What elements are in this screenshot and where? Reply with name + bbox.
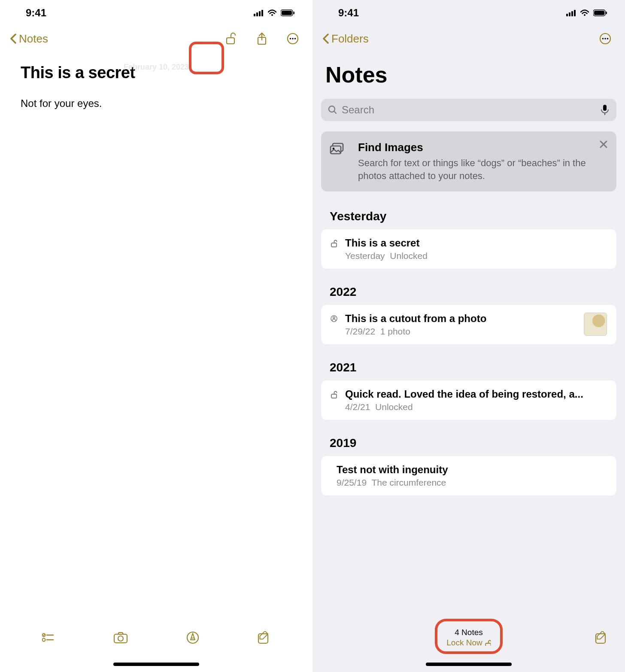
markup-icon xyxy=(186,631,199,644)
back-label: Folders xyxy=(331,32,369,46)
battery-icon xyxy=(281,9,295,17)
section-header: 2021 xyxy=(312,349,625,380)
home-indicator[interactable] xyxy=(426,663,512,666)
tip-title: Find Images xyxy=(358,141,592,154)
find-images-tip: Find Images Search for text or things li… xyxy=(321,131,616,192)
note-row-status: The circumference xyxy=(371,477,446,487)
search-placeholder: Search xyxy=(342,104,596,116)
chevron-left-icon xyxy=(322,33,330,44)
camera-button[interactable] xyxy=(113,631,128,644)
status-time: 9:41 xyxy=(26,7,46,19)
search-icon xyxy=(328,105,337,115)
more-button[interactable] xyxy=(595,28,616,49)
note-editor[interactable]: This is a secret Not for your eyes. xyxy=(0,52,312,122)
ellipsis-circle-icon xyxy=(287,33,299,45)
section-header: Yesterday xyxy=(312,198,625,229)
lock-open-icon xyxy=(225,33,237,45)
back-button[interactable]: Notes xyxy=(9,32,48,46)
images-icon xyxy=(330,143,349,158)
note-row-date: 7/29/22 xyxy=(345,326,375,336)
status-bar: 9:41 xyxy=(312,0,625,26)
compose-button[interactable] xyxy=(595,631,608,644)
lock-open-icon xyxy=(331,391,339,398)
status-time: 9:41 xyxy=(338,7,359,19)
checklist-icon xyxy=(42,633,55,642)
nav-bar: Notes xyxy=(0,26,312,52)
tip-text: Search for text or things like “dogs” or… xyxy=(358,157,592,182)
bottom-toolbar xyxy=(0,622,312,653)
close-icon xyxy=(599,140,608,149)
wifi-icon xyxy=(580,9,590,17)
share-icon xyxy=(256,32,267,45)
section-header: 2019 xyxy=(312,424,625,456)
note-thumbnail xyxy=(584,313,607,336)
home-indicator[interactable] xyxy=(113,663,199,666)
section-header: 2022 xyxy=(312,273,625,305)
cellular-icon xyxy=(566,9,577,17)
share-button[interactable] xyxy=(252,28,272,49)
highlight-annotation xyxy=(435,619,503,654)
shared-icon xyxy=(331,315,339,322)
page-title: Notes xyxy=(312,52,625,94)
dictate-icon[interactable] xyxy=(600,104,610,116)
note-body[interactable]: Not for your eyes. xyxy=(21,97,292,109)
more-button[interactable] xyxy=(282,28,303,49)
wifi-icon xyxy=(268,9,277,17)
compose-icon xyxy=(258,631,270,644)
status-bar: 9:41 xyxy=(0,0,312,26)
cellular-icon xyxy=(254,9,264,17)
nav-bar: Folders xyxy=(312,26,625,52)
compose-button[interactable] xyxy=(258,631,270,644)
note-row-date: Yesterday xyxy=(345,251,385,261)
compose-icon xyxy=(595,631,608,644)
dismiss-tip-button[interactable] xyxy=(599,140,608,149)
ellipsis-circle-icon xyxy=(599,33,611,45)
note-row-date: 4/2/21 xyxy=(345,402,370,412)
note-row-status: Unlocked xyxy=(390,251,428,261)
note-row[interactable]: Test not with ingenuity 9/25/19 The circ… xyxy=(321,456,616,496)
note-row-title: This is a secret xyxy=(345,237,607,249)
note-row-title: Test not with ingenuity xyxy=(337,464,607,476)
note-row[interactable]: This is a cutout from a photo 7/29/22 1 … xyxy=(321,305,616,344)
lock-open-icon xyxy=(331,240,339,247)
chevron-left-icon xyxy=(9,33,17,44)
note-row[interactable]: Quick read. Loved the idea of being rest… xyxy=(321,380,616,420)
note-row[interactable]: This is a secret Yesterday Unlocked xyxy=(321,229,616,269)
note-row-title: This is a cutout from a photo xyxy=(345,313,578,325)
lock-toggle-button[interactable] xyxy=(221,28,241,49)
note-title[interactable]: This is a secret xyxy=(21,64,292,82)
note-row-date: 9/25/19 xyxy=(337,477,367,487)
back-label: Notes xyxy=(19,32,48,46)
highlight-annotation xyxy=(189,42,224,74)
battery-icon xyxy=(593,9,608,17)
back-button[interactable]: Folders xyxy=(322,32,369,46)
camera-icon xyxy=(113,631,128,644)
note-row-status: Unlocked xyxy=(375,402,413,412)
search-input[interactable]: Search xyxy=(321,99,616,121)
checklist-button[interactable] xyxy=(42,633,55,642)
markup-button[interactable] xyxy=(186,631,199,644)
note-row-status: 1 photo xyxy=(380,326,410,336)
note-row-title: Quick read. Loved the idea of being rest… xyxy=(345,388,607,400)
